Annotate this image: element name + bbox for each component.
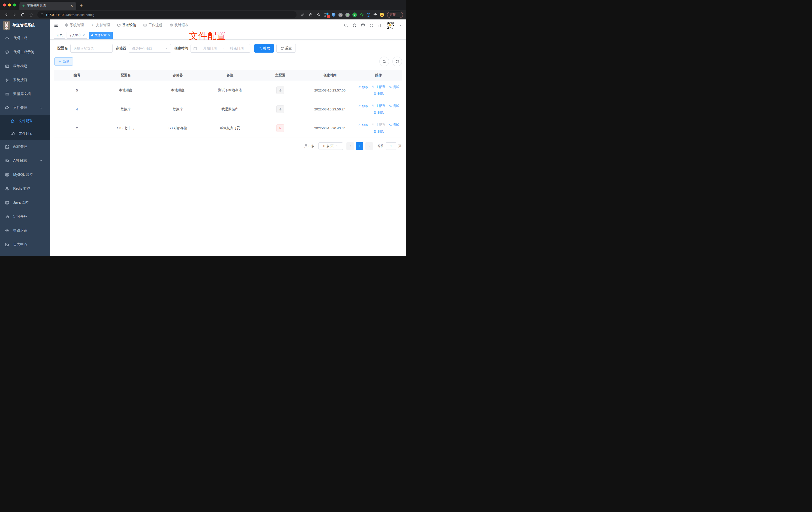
extension-emoji-icon[interactable]: [380, 13, 384, 17]
extension-tampermonkey-icon[interactable]: 11: [324, 13, 329, 17]
forward-button[interactable]: [11, 13, 19, 17]
date-range-picker[interactable]: 开始日期 - 结束日期: [191, 44, 251, 53]
bookmark-star-icon[interactable]: [315, 13, 322, 17]
tag[interactable]: 个人中心✕: [66, 32, 87, 39]
sidebar-item[interactable]: 链路追踪: [0, 223, 50, 238]
extension-command-icon[interactable]: ⌘: [339, 13, 343, 17]
sliders-icon: [5, 78, 9, 82]
page-size-select[interactable]: 10条/页: [318, 142, 343, 150]
zoom-window-button[interactable]: [13, 3, 16, 6]
set-master-action[interactable]: 主配置: [372, 104, 385, 108]
current-page-button[interactable]: 1: [356, 142, 364, 150]
browser-tab[interactable]: 芋道管理系统 ✕: [20, 2, 76, 10]
sidebar-item[interactable]: 配置管理: [0, 140, 50, 154]
sidebar-item[interactable]: 系统接口: [0, 73, 50, 87]
sidebar-item[interactable]: MySQL 监控: [0, 168, 50, 182]
address-bar[interactable]: 127.0.0.1:1024/infra/file/file-config: [37, 11, 296, 18]
password-manager-icon[interactable]: [299, 13, 307, 17]
cell-storage: 数据库: [152, 100, 204, 119]
github-icon[interactable]: [352, 23, 357, 27]
cell-master: 否: [256, 81, 305, 100]
sidebar-item[interactable]: 数据库文档: [0, 87, 50, 101]
pagination-total: 共 3 条: [304, 144, 315, 148]
extension-ring-icon[interactable]: [367, 13, 370, 17]
search-button[interactable]: 搜索: [254, 44, 274, 53]
top-nav-item[interactable]: 系统管理: [61, 20, 87, 31]
extensions-puzzle-icon[interactable]: [373, 13, 377, 17]
font-size-icon[interactable]: [378, 23, 382, 27]
sidebar-item[interactable]: 表单构建: [0, 59, 50, 73]
filter-form: 配置名 存储器 请选择存储器 创建时间 开始日期 - 结束日期: [54, 44, 402, 53]
top-nav-item[interactable]: 统计报表: [166, 20, 192, 31]
tag-close-icon[interactable]: ✕: [83, 34, 85, 37]
goto-page-input[interactable]: [386, 142, 396, 150]
monitor-check-icon: [117, 23, 121, 27]
sidebar-item[interactable]: 定时任务: [0, 210, 50, 223]
user-avatar[interactable]: [386, 22, 394, 29]
sidebar-item[interactable]: Java 监控: [0, 196, 50, 210]
table-row: 4数据库数据库我是数据库否2022-03-15 23:56:24修改主配置测试删…: [54, 100, 402, 119]
sidebar-subitem[interactable]: 文件列表: [0, 127, 50, 140]
prev-page-button[interactable]: [346, 142, 354, 150]
cell-name: 数据库: [99, 100, 152, 119]
browser-update-button[interactable]: 更新 ⋮: [387, 12, 403, 18]
extension-gem-icon[interactable]: [331, 13, 336, 17]
edit-action[interactable]: 修改: [358, 85, 368, 89]
tab-close-icon[interactable]: ✕: [69, 4, 74, 8]
table-column-header: 操作: [355, 70, 402, 81]
sidebar-item[interactable]: 代码生成示例: [0, 45, 50, 59]
header-search-icon[interactable]: [344, 23, 348, 27]
extension-recorder-icon[interactable]: [345, 13, 350, 17]
test-action-label: 测试: [393, 85, 399, 89]
cell-actions: 修改主配置测试删除: [355, 100, 402, 119]
tag-close-icon[interactable]: ✕: [108, 34, 110, 37]
add-button[interactable]: 新增: [54, 57, 73, 65]
toggle-search-button[interactable]: [379, 57, 389, 66]
master-config-badge: 是: [276, 124, 284, 132]
top-nav-label: 支付管理: [96, 23, 110, 27]
edit-action[interactable]: 修改: [358, 104, 368, 108]
sidebar-item[interactable]: 日志中心: [0, 238, 50, 251]
action-line: 修改主配置测试: [356, 104, 401, 108]
refresh-table-button[interactable]: [392, 57, 402, 66]
avatar-caret-down-icon[interactable]: [398, 23, 403, 27]
sidebar-subitem[interactable]: 文件配置: [0, 115, 50, 127]
set-master-action[interactable]: 主配置: [372, 85, 385, 89]
refresh-icon: [395, 60, 399, 64]
fullscreen-icon[interactable]: [369, 23, 374, 27]
collapse-sidebar-button[interactable]: [54, 23, 59, 28]
sidebar-item[interactable]: Redis 监控: [0, 182, 50, 196]
next-page-button[interactable]: [365, 142, 373, 150]
storage-select[interactable]: 请选择存储器: [129, 44, 171, 53]
new-tab-button[interactable]: +: [80, 3, 83, 8]
sidebar-item[interactable]: API 日志: [0, 154, 50, 168]
reload-button[interactable]: [19, 13, 27, 17]
home-button[interactable]: [27, 13, 35, 17]
edit-action[interactable]: 修改: [358, 123, 368, 127]
config-name-input[interactable]: [70, 44, 113, 53]
tag[interactable]: 文件配置✕: [89, 32, 113, 39]
extension-star-icon[interactable]: [359, 13, 364, 17]
share-icon[interactable]: [307, 13, 315, 17]
top-nav-item[interactable]: 工作流程: [140, 20, 166, 31]
delete-action[interactable]: 删除: [373, 129, 384, 134]
test-action[interactable]: 测试: [388, 104, 399, 108]
delete-action[interactable]: 删除: [373, 111, 384, 115]
extension-y-icon[interactable]: y: [352, 12, 357, 17]
test-action[interactable]: 测试: [388, 85, 399, 89]
sidebar-item[interactable]: 代码生成: [0, 31, 50, 45]
reset-button[interactable]: 重置: [276, 44, 296, 53]
browser-menu-icon[interactable]: ⋮: [397, 13, 401, 17]
minimize-window-button[interactable]: [8, 3, 11, 6]
delete-action[interactable]: 删除: [373, 91, 384, 96]
close-window-button[interactable]: [3, 3, 6, 6]
top-nav-item[interactable]: 基础设施: [113, 20, 140, 31]
cell-name: 本地磁盘: [99, 81, 152, 100]
sidebar-item-label: 代码生成示例: [13, 50, 34, 54]
sidebar-item[interactable]: 文件管理: [0, 101, 50, 115]
help-icon[interactable]: [361, 23, 365, 27]
tag[interactable]: 首页: [54, 32, 65, 39]
top-nav-item[interactable]: ¥支付管理: [87, 20, 113, 31]
back-button[interactable]: [2, 13, 10, 17]
test-action[interactable]: 测试: [388, 123, 399, 127]
